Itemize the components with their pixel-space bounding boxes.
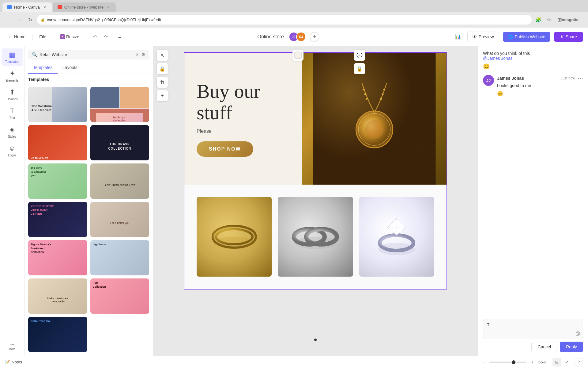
template-card-4[interactable]: THE BRAVECOLLECTION: [90, 125, 149, 160]
doc-title: Online store: [258, 34, 284, 40]
tab-close-2[interactable]: ✕: [106, 5, 111, 10]
sidebar-item-elements[interactable]: ✦ Elements: [2, 67, 23, 85]
tab-close-1[interactable]: ✕: [42, 5, 47, 10]
sidebar-more-button[interactable]: ••• More: [6, 340, 18, 353]
sidebar-elements-label: Elements: [6, 79, 19, 82]
back-button[interactable]: ←: [4, 15, 12, 24]
search-icon: 🔍: [32, 52, 37, 57]
lock-canvas-tool[interactable]: 🔒: [354, 63, 365, 74]
search-input[interactable]: [40, 52, 133, 57]
tab-templates[interactable]: Templates: [28, 62, 58, 74]
preview-button[interactable]: 👁 Preview: [467, 32, 499, 42]
redo-button[interactable]: ↷: [101, 32, 111, 42]
publish-button[interactable]: 🌐 Publish Website: [503, 32, 550, 42]
template-grid: The WestmireA56 Headset RadianceCollecti…: [24, 83, 153, 356]
tab-layouts[interactable]: Layouts: [58, 62, 82, 74]
add-collaborator-button[interactable]: +: [310, 32, 319, 42]
forward-button[interactable]: →: [15, 15, 23, 24]
undo-button[interactable]: ↶: [90, 32, 100, 42]
zoom-in-button[interactable]: +: [529, 358, 536, 366]
comment-tool[interactable]: 💬: [354, 50, 365, 61]
star-button[interactable]: ☆: [545, 15, 553, 24]
template-card-6[interactable]: The Delo Moka Pot: [90, 163, 149, 199]
browser-menu-button[interactable]: ⋮: [576, 15, 584, 24]
svg-point-9: [382, 93, 384, 95]
template-card-13[interactable]: Portal Tech Co.: [28, 317, 87, 352]
sidebar-item-templates[interactable]: ▦ Templates: [2, 48, 23, 66]
comment-more-button-1[interactable]: ⋯: [578, 75, 583, 82]
new-tab-button[interactable]: +: [116, 4, 124, 12]
products-section: [184, 185, 447, 289]
resize-menu[interactable]: ✦ Resize: [57, 33, 82, 41]
incognito-button[interactable]: Incognito: [565, 15, 574, 24]
share-icon: ⬆: [560, 34, 564, 39]
sidebar-item-logos[interactable]: ☺ Logos: [2, 142, 23, 159]
comment-emoji-1[interactable]: 😊: [497, 91, 583, 97]
mention-icon[interactable]: @: [575, 331, 580, 336]
cancel-button[interactable]: Cancel: [531, 342, 558, 352]
zoom-slider[interactable]: [489, 362, 526, 363]
template-card-5[interactable]: 365 daysto a happieryou: [28, 163, 87, 199]
tab-online-store[interactable]: Online store - Website ✕: [53, 2, 116, 12]
template-card-11[interactable]: Make milestonesmemorable: [28, 278, 87, 314]
reply-button[interactable]: Reply: [560, 342, 583, 352]
tab-label-1: Home - Canva: [14, 5, 40, 10]
trash-tool[interactable]: 🗑: [157, 77, 168, 88]
template-card-9[interactable]: Figure Beauty'sSunkissedCollection: [28, 240, 87, 275]
home-label: Home: [14, 34, 25, 39]
page-canvas: Buy ourstuff Please SHOP NOW: [184, 52, 447, 289]
template-card-12[interactable]: PopCollection: [90, 278, 149, 314]
lock-tool[interactable]: 🔒: [157, 63, 168, 74]
preview-label: Preview: [479, 34, 494, 39]
avatar-sj[interactable]: SJ: [296, 32, 306, 42]
reply-input[interactable]: T: [487, 322, 579, 335]
emoji-smile-button[interactable]: 😊: [483, 63, 490, 70]
template-card-3[interactable]: Up to 50% offon selectsuperhero titles: [28, 125, 87, 160]
sidebar-item-uploads[interactable]: ⬆ Uploads: [2, 86, 23, 103]
uploads-icon: ⬆: [9, 88, 15, 96]
reload-button[interactable]: ↻: [26, 15, 34, 24]
jewelry-image: [302, 53, 447, 185]
sidebar-item-styles[interactable]: ◈ Styles: [2, 123, 23, 141]
template-card-1[interactable]: The WestmireA56 Headset: [28, 87, 87, 122]
share-button[interactable]: ⬆ Share: [554, 32, 583, 42]
more-icon: •••: [10, 343, 14, 346]
file-menu[interactable]: File: [36, 33, 49, 41]
share-label: Share: [566, 34, 577, 39]
address-bar[interactable]: 🔒 canva.com/design/DAFNVgs2_p0/f4CFnbQjx…: [37, 15, 532, 25]
sidebar-item-text[interactable]: T Text: [2, 105, 23, 122]
notes-button[interactable]: 📝 Notes: [5, 360, 22, 364]
analytics-button[interactable]: 📊: [453, 31, 464, 42]
notes-icon: 📝: [5, 360, 10, 364]
canvas-scroll-area[interactable]: Buy ourstuff Please SHOP NOW: [153, 46, 478, 356]
home-button[interactable]: ← Home: [5, 33, 28, 41]
grid-view-button[interactable]: ⊞: [552, 358, 561, 366]
shop-now-button[interactable]: SHOP NOW: [197, 141, 253, 157]
sidebar-styles-label: Styles: [8, 135, 16, 138]
elements-icon: ✦: [9, 70, 15, 78]
resize-label: Resize: [66, 34, 79, 39]
template-card-2[interactable]: RadianceCollection: [90, 87, 149, 122]
svg-point-8: [383, 89, 385, 90]
right-canvas-tools: 💬 🔒: [354, 50, 365, 74]
tab-canva-home[interactable]: Home - Canva ✕: [2, 2, 52, 12]
page-dot-1[interactable]: [314, 339, 317, 341]
filter-icon[interactable]: ⚙: [141, 52, 145, 57]
add-tool[interactable]: +: [157, 90, 168, 101]
fullscreen-button[interactable]: ⤢: [562, 358, 571, 366]
pointer-tool[interactable]: ↖: [157, 50, 168, 61]
search-clear-button[interactable]: ✕: [135, 52, 139, 57]
text-icon: T: [10, 107, 14, 115]
template-card-10[interactable]: Lighthaus: [90, 240, 149, 275]
help-button[interactable]: ?: [575, 358, 583, 366]
comment-prompt-text: What do you think of this: [483, 51, 530, 56]
comment-mention[interactable]: @James Jonas: [483, 56, 513, 61]
template-card-7[interactable]: Your one-stopvideo gamecenter: [28, 202, 87, 237]
color-picker-button[interactable]: [292, 50, 303, 61]
save-button[interactable]: ☁: [115, 32, 124, 42]
color-swatch: [294, 52, 302, 59]
template-card-8[interactable]: For a better you: [90, 202, 149, 237]
zoom-out-button[interactable]: −: [480, 358, 487, 366]
browser-tab-bar: Home - Canva ✕ Online store - Website ✕ …: [0, 0, 588, 12]
extensions-button[interactable]: 🧩: [534, 15, 543, 24]
